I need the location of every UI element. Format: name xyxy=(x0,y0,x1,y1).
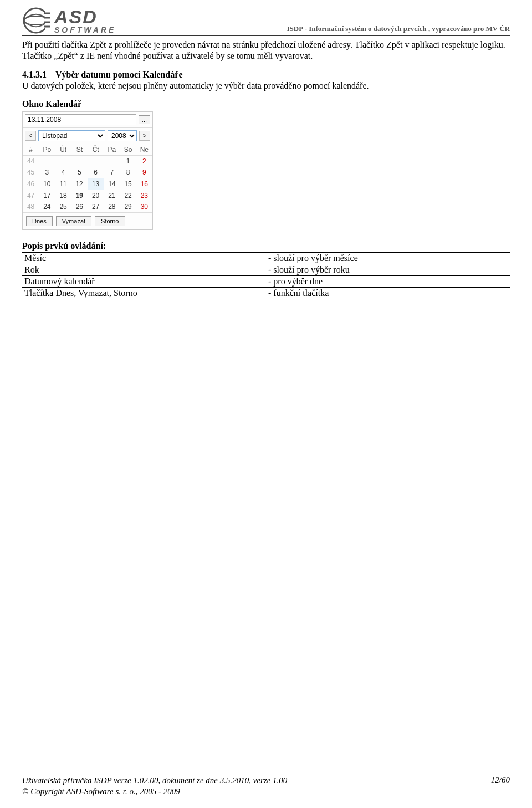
desc-right: - funkční tlačítka xyxy=(266,288,510,299)
day-cell[interactable]: 11 xyxy=(55,178,71,190)
calendar-dow-row: # Po Út St Čt Pá So Ne xyxy=(23,144,152,156)
footer-line1: Uživatelská příručka ISDP verze 1.02.00,… xyxy=(22,775,287,786)
desc-left: Měsíc xyxy=(22,253,266,264)
year-select[interactable]: 2008 xyxy=(108,130,137,141)
day-cell[interactable]: 28 xyxy=(104,201,120,212)
dow-wed: St xyxy=(71,144,88,156)
table-row: Datumový kalendář - pro výběr dne xyxy=(22,276,510,288)
day-cell[interactable]: 20 xyxy=(88,190,104,202)
dow-mon: Po xyxy=(39,144,55,156)
footer-divider xyxy=(22,773,510,773)
day-cell[interactable]: 14 xyxy=(104,178,120,190)
dow-sun: Ne xyxy=(136,144,152,156)
day-cell[interactable] xyxy=(55,156,71,167)
day-cell-sunday[interactable]: 30 xyxy=(136,201,152,212)
section-body: U datových položek, které nejsou plněny … xyxy=(22,81,369,90)
table-row: Měsíc - slouží pro výběr měsíce xyxy=(22,253,510,264)
day-cell[interactable]: 27 xyxy=(88,201,104,212)
week-number: 44 xyxy=(23,156,39,167)
header-divider xyxy=(22,35,510,36)
day-cell[interactable]: 17 xyxy=(39,190,55,202)
day-cell[interactable]: 10 xyxy=(39,178,55,190)
intro-paragraph: Při použití tlačítka Zpět z prohlížeče j… xyxy=(22,39,510,62)
week-number: 46 xyxy=(23,178,39,190)
day-cell-today[interactable]: 19 xyxy=(71,190,88,202)
desc-left: Datumový kalendář xyxy=(22,276,266,288)
page-number: 12/60 xyxy=(491,775,510,797)
section-title: Výběr datumu pomocí Kalendáře xyxy=(55,70,182,79)
dow-hash: # xyxy=(23,144,39,156)
desc-right: - slouží pro výběr měsíce xyxy=(266,253,510,264)
calendar-grid: # Po Út St Čt Pá So Ne 44 1 2 45 3 xyxy=(23,144,152,212)
day-cell[interactable]: 26 xyxy=(71,201,88,212)
header-right-text: ISDP - Informační systém o datových prvc… xyxy=(287,24,510,34)
svg-point-0 xyxy=(24,8,48,33)
desc-right: - slouží pro výběr roku xyxy=(266,264,510,276)
calendar-top-row: ... xyxy=(23,112,152,128)
today-button[interactable]: Dnes xyxy=(26,216,53,226)
clear-button[interactable]: Vymazat xyxy=(56,216,91,226)
day-cell[interactable]: 4 xyxy=(55,167,71,178)
day-cell[interactable]: 15 xyxy=(120,178,136,190)
calendar-row: 47 17 18 19 20 21 22 23 xyxy=(23,190,152,202)
day-cell[interactable]: 8 xyxy=(120,167,136,178)
logo-sub-text: SOFTWARE xyxy=(54,26,116,34)
calendar-nav-row: < Listopad 2008 > xyxy=(23,128,152,144)
day-cell[interactable]: 5 xyxy=(71,167,88,178)
month-select[interactable]: Listopad xyxy=(38,130,105,141)
day-cell[interactable]: 18 xyxy=(55,190,71,202)
day-cell[interactable]: 7 xyxy=(104,167,120,178)
logo: ASD SOFTWARE xyxy=(22,7,116,34)
day-cell[interactable] xyxy=(88,156,104,167)
date-picker-button[interactable]: ... xyxy=(139,115,150,124)
dow-fri: Pá xyxy=(104,144,120,156)
section-heading-block: 4.1.3.1 Výběr datumu pomocí Kalendáře U … xyxy=(22,69,510,91)
day-cell[interactable]: 22 xyxy=(120,190,136,202)
dow-thu: Čt xyxy=(88,144,104,156)
day-cell[interactable]: 24 xyxy=(39,201,55,212)
logo-main-text: ASD xyxy=(54,7,116,26)
table-row: Rok - slouží pro výběr roku xyxy=(22,264,510,276)
day-cell-selected[interactable]: 13 xyxy=(88,178,104,190)
day-cell[interactable]: 1 xyxy=(120,156,136,167)
next-month-button[interactable]: > xyxy=(139,131,150,141)
week-number: 48 xyxy=(23,201,39,212)
dow-sat: So xyxy=(120,144,136,156)
day-cell-sunday[interactable]: 9 xyxy=(136,167,152,178)
desc-left: Rok xyxy=(22,264,266,276)
controls-description-table: Měsíc - slouží pro výběr měsíce Rok - sl… xyxy=(22,252,510,299)
day-cell-sunday[interactable]: 16 xyxy=(136,178,152,190)
day-cell[interactable]: 25 xyxy=(55,201,71,212)
calendar-footer: Dnes Vymazat Storno xyxy=(23,212,152,229)
day-cell[interactable]: 29 xyxy=(120,201,136,212)
dow-tue: Út xyxy=(55,144,71,156)
date-input[interactable] xyxy=(25,114,136,125)
week-number: 45 xyxy=(23,167,39,178)
day-cell[interactable]: 3 xyxy=(39,167,55,178)
day-cell-sunday[interactable]: 23 xyxy=(136,190,152,202)
day-cell[interactable]: 12 xyxy=(71,178,88,190)
calendar-widget: ... < Listopad 2008 > # Po Út St Čt Pá S… xyxy=(22,111,153,230)
calendar-row: 46 10 11 12 13 14 15 16 xyxy=(23,178,152,190)
day-cell[interactable]: 6 xyxy=(88,167,104,178)
desc-title: Popis prvků ovládání: xyxy=(22,241,510,251)
page-header: ASD SOFTWARE ISDP - Informační systém o … xyxy=(22,7,510,34)
week-number: 47 xyxy=(23,190,39,202)
day-cell[interactable] xyxy=(104,156,120,167)
calendar-row: 44 1 2 xyxy=(23,156,152,167)
page-footer: Uživatelská příručka ISDP verze 1.02.00,… xyxy=(22,773,510,797)
calendar-row: 45 3 4 5 6 7 8 9 xyxy=(23,167,152,178)
prev-month-button[interactable]: < xyxy=(25,131,36,141)
day-cell[interactable] xyxy=(39,156,55,167)
calendar-row: 48 24 25 26 27 28 29 30 xyxy=(23,201,152,212)
day-cell-sunday[interactable]: 2 xyxy=(136,156,152,167)
globe-logo-icon xyxy=(22,7,50,34)
cancel-button[interactable]: Storno xyxy=(95,216,125,226)
day-cell[interactable] xyxy=(71,156,88,167)
window-label: Okno Kalendář xyxy=(22,99,510,109)
desc-right: - pro výběr dne xyxy=(266,276,510,288)
day-cell[interactable]: 21 xyxy=(104,190,120,202)
desc-left: Tlačítka Dnes, Vymazat, Storno xyxy=(22,288,266,299)
section-number: 4.1.3.1 xyxy=(22,70,47,79)
table-row: Tlačítka Dnes, Vymazat, Storno - funkční… xyxy=(22,288,510,299)
